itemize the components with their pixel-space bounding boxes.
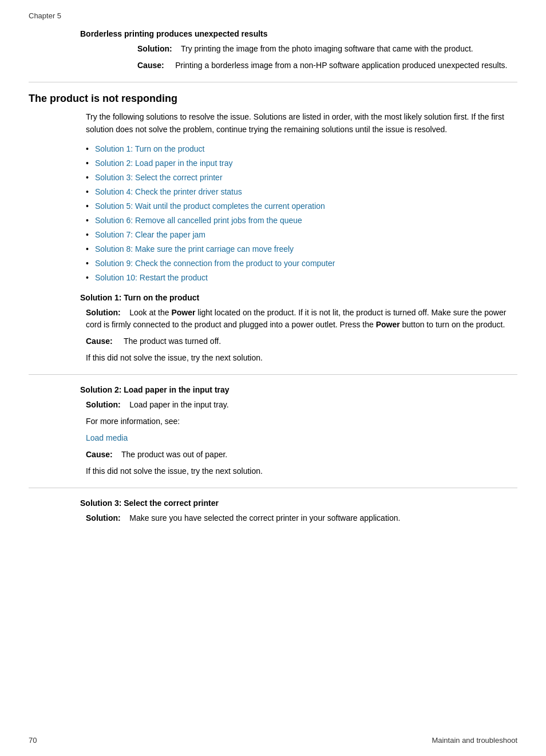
solution1-section: Solution 1: Turn on the product Solution… [29,293,517,364]
solution6-link[interactable]: Solution 6: Remove all cancelled print j… [95,216,302,225]
solution3-section: Solution 3: Select the correct printer S… [29,498,517,524]
solution1-content: Solution: Look at the Power light locate… [86,307,517,364]
solution1-cause-para: Cause: The product was turned off. [86,335,517,347]
sol1-bold2: Power [376,320,400,329]
borderless-solution: Solution: Try printing the image from th… [137,43,517,55]
footer-section: Maintain and troubleshoot [432,736,517,745]
list-item: Solution 7: Clear the paper jam [86,229,517,241]
solution2-for-more: For more information, see: [86,415,517,428]
sol2-solution-label: Solution: [86,400,121,409]
sol2-solution-text: Load paper in the input tray. [129,400,228,409]
sol1-text-post: button to turn on the product. [400,320,505,329]
sol1-cause-text: The product was turned off. [124,337,221,346]
list-item: Solution 10: Restart the product [86,272,517,284]
solution2-link-para: Load media [86,432,517,444]
solution1-next: If this did not solve the issue, try the… [86,352,517,364]
solution3-heading: Solution 3: Select the correct printer [80,498,517,508]
cause-label: Cause: [137,61,164,70]
solution3-link[interactable]: Solution 3: Select the correct printer [95,173,223,182]
solution1-link[interactable]: Solution 1: Turn on the product [95,144,204,153]
solution2-section: Solution 2: Load paper in the input tray… [29,385,517,477]
solution2-heading: Solution 2: Load paper in the input tray [80,385,517,394]
solution7-link[interactable]: Solution 7: Clear the paper jam [95,230,205,239]
borderless-solution-text: Try printing the image from the photo im… [181,44,473,53]
sol2-cause-label: Cause: [86,450,113,459]
sol2-cause-text: The product was out of paper. [121,450,227,459]
list-item: Solution 5: Wait until the product compl… [86,200,517,212]
list-item: Solution 2: Load paper in the input tray [86,157,517,169]
solution5-link[interactable]: Solution 5: Wait until the product compl… [95,201,325,211]
solution8-link[interactable]: Solution 8: Make sure the print carriage… [95,244,294,254]
sol3-solution-label: Solution: [86,513,121,523]
sol1-text-pre: Look at the [129,308,171,317]
main-section-heading: The product is not responding [29,93,517,105]
divider-1 [29,82,517,82]
load-media-link[interactable]: Load media [86,433,128,442]
solution2-cause-para: Cause: The product was out of paper. [86,449,517,461]
solution4-link[interactable]: Solution 4: Check the printer driver sta… [95,187,242,196]
borderless-section: Borderless printing produces unexpected … [29,29,517,72]
solution1-solution-para: Solution: Look at the Power light locate… [86,307,517,331]
divider-3 [29,488,517,488]
solution9-link[interactable]: Solution 9: Check the connection from th… [95,259,335,268]
solution2-solution-para: Solution: Load paper in the input tray. [86,399,517,411]
list-item: Solution 3: Select the correct printer [86,172,517,184]
solution2-content: Solution: Load paper in the input tray. … [86,399,517,477]
solution2-link[interactable]: Solution 2: Load paper in the input tray [95,159,233,168]
borderless-cause: Cause: Printing a borderless image from … [137,60,517,72]
solution3-content: Solution: Make sure you have selected th… [86,512,517,524]
list-item: Solution 1: Turn on the product [86,143,517,155]
sol1-solution-label: Solution: [86,308,121,317]
page-number: 70 [29,736,37,745]
sol3-solution-text: Make sure you have selected the correct … [129,513,400,523]
borderless-solution-block: Solution: Try printing the image from th… [137,43,517,72]
list-item: Solution 4: Check the printer driver sta… [86,186,517,198]
solution1-heading: Solution 1: Turn on the product [80,293,517,302]
divider-2 [29,374,517,375]
product-not-responding-section: The product is not responding Try the fo… [29,93,517,524]
borderless-heading: Borderless printing produces unexpected … [80,29,517,38]
intro-text: Try the following solutions to resolve t… [86,110,517,136]
sol1-bold1: Power [171,308,195,317]
solution10-link[interactable]: Solution 10: Restart the product [95,273,208,282]
list-item: Solution 6: Remove all cancelled print j… [86,215,517,227]
solutions-list: Solution 1: Turn on the product Solution… [86,143,517,284]
page-footer: 70 Maintain and troubleshoot [29,736,517,745]
solution3-solution-para: Solution: Make sure you have selected th… [86,512,517,524]
chapter-label: Chapter 5 [29,11,517,20]
borderless-cause-text: Printing a borderless image from a non-H… [175,61,507,70]
solution-label: Solution: [137,44,172,53]
page: Chapter 5 Borderless printing produces u… [0,0,546,756]
sol1-cause-label: Cause: [86,337,113,346]
solution2-next: If this did not solve the issue, try the… [86,465,517,477]
list-item: Solution 8: Make sure the print carriage… [86,243,517,255]
list-item: Solution 9: Check the connection from th… [86,258,517,270]
